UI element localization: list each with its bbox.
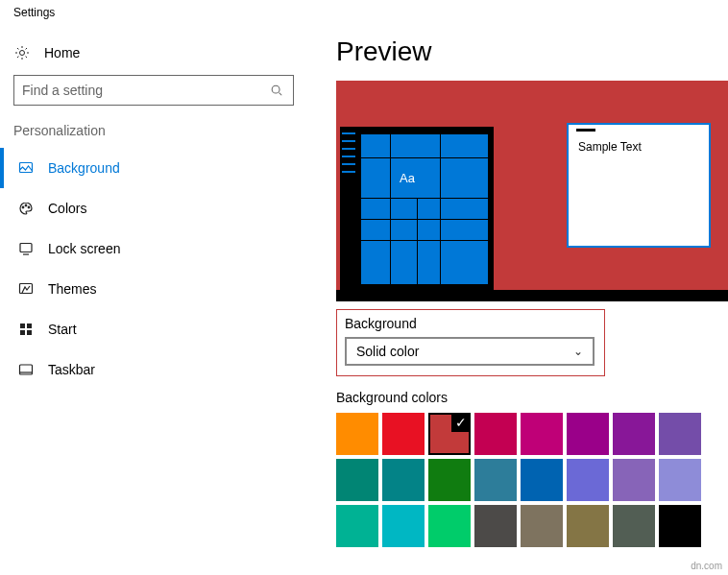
start-line	[342, 171, 355, 173]
home-nav[interactable]: Home	[0, 35, 307, 75]
start-line	[342, 140, 355, 142]
lock-screen-icon	[17, 240, 35, 257]
window-caption-bar	[576, 129, 595, 132]
dropdown-value: Solid color	[356, 344, 419, 359]
window-title: Settings	[0, 0, 728, 25]
main-panel: Preview Aa	[307, 25, 728, 547]
color-swatch[interactable]	[474, 459, 517, 501]
background-dropdown[interactable]: Solid color ⌄	[345, 337, 595, 366]
color-swatch[interactable]	[613, 459, 655, 501]
svg-point-0	[20, 51, 25, 56]
search-icon	[268, 82, 285, 99]
color-swatch[interactable]	[567, 505, 609, 547]
swatch-heading: Background colors	[336, 390, 728, 405]
sidebar-item-label: Lock screen	[48, 241, 120, 256]
color-swatch[interactable]	[336, 459, 378, 501]
svg-point-5	[25, 204, 27, 206]
color-swatch[interactable]	[613, 505, 655, 547]
preview-start-menu: Aa	[340, 127, 494, 290]
svg-point-4	[22, 206, 24, 208]
sidebar-item-label: Start	[48, 322, 77, 337]
sidebar-item-label: Themes	[48, 281, 97, 297]
gear-icon	[13, 44, 31, 61]
svg-rect-10	[20, 323, 25, 328]
sidebar-item-taskbar[interactable]: Taskbar	[0, 349, 307, 390]
color-swatch[interactable]: ✓	[428, 413, 471, 455]
tile-grid-line	[361, 198, 488, 199]
preview-tiles: Aa	[361, 134, 488, 284]
color-swatch[interactable]	[567, 459, 609, 501]
preview-taskbar	[336, 290, 728, 301]
sidebar: Home Find a setting Personalization Back…	[0, 25, 307, 547]
sidebar-item-themes[interactable]: Themes	[0, 269, 307, 309]
svg-point-6	[28, 206, 30, 208]
sidebar-item-label: Colors	[48, 201, 86, 216]
color-swatch-grid: ✓	[336, 413, 701, 547]
svg-rect-12	[20, 330, 25, 335]
color-swatch[interactable]	[428, 459, 471, 501]
color-swatch[interactable]	[474, 505, 517, 547]
color-swatch[interactable]	[336, 413, 378, 455]
color-swatch[interactable]	[659, 413, 701, 455]
sidebar-item-label: Taskbar	[48, 362, 95, 377]
tile-grid-line	[390, 134, 391, 284]
themes-icon	[17, 280, 35, 298]
color-swatch[interactable]	[521, 459, 563, 501]
section-header: Personalization	[0, 117, 307, 148]
search-placeholder: Find a setting	[22, 83, 103, 98]
main-layout: Home Find a setting Personalization Back…	[0, 25, 728, 547]
color-swatch[interactable]	[474, 413, 517, 455]
check-icon: ✓	[451, 413, 471, 432]
color-swatch[interactable]	[659, 459, 701, 501]
preview-tile-aa: Aa	[394, 161, 436, 194]
taskbar-icon	[17, 361, 35, 378]
search-input[interactable]: Find a setting	[13, 75, 294, 106]
color-swatch[interactable]	[336, 505, 378, 547]
color-swatch[interactable]	[521, 505, 563, 547]
color-swatch[interactable]	[382, 505, 425, 547]
tile-grid-line	[361, 157, 488, 158]
start-line	[342, 148, 355, 150]
color-swatch[interactable]	[382, 413, 425, 455]
svg-rect-13	[27, 330, 32, 335]
background-dropdown-label: Background	[345, 316, 596, 331]
preview-window: Sample Text	[567, 123, 711, 248]
sidebar-item-label: Background	[48, 160, 120, 176]
tile-grid-line	[440, 134, 441, 284]
home-label: Home	[44, 45, 80, 60]
background-dropdown-section: Background Solid color ⌄	[336, 309, 605, 376]
chevron-down-icon: ⌄	[573, 345, 583, 358]
background-icon	[17, 159, 35, 177]
tile-grid-line	[361, 219, 488, 220]
color-swatch[interactable]	[567, 413, 609, 455]
nav-list: BackgroundColorsLock screenThemesStartTa…	[0, 148, 307, 390]
watermark: dn.com	[691, 561, 722, 571]
sidebar-item-start[interactable]: Start	[0, 309, 307, 349]
color-swatch[interactable]	[382, 459, 425, 501]
start-left-column	[340, 127, 359, 290]
color-swatch[interactable]	[613, 413, 655, 455]
start-line	[342, 156, 355, 157]
page-heading: Preview	[336, 25, 728, 81]
sidebar-item-colors[interactable]: Colors	[0, 188, 307, 228]
svg-line-2	[279, 93, 282, 96]
preview-sample-text: Sample Text	[578, 140, 642, 154]
color-swatch[interactable]	[659, 505, 701, 547]
tile-grid-line	[417, 198, 418, 284]
start-line	[342, 163, 355, 165]
svg-rect-7	[20, 244, 32, 252]
start-icon	[17, 321, 35, 338]
desktop-preview: Aa Sample Text	[336, 81, 728, 301]
svg-rect-11	[27, 323, 32, 328]
color-swatch[interactable]	[521, 413, 563, 455]
search-container: Find a setting	[0, 75, 307, 117]
color-swatch[interactable]	[428, 505, 471, 547]
sidebar-item-lock-screen[interactable]: Lock screen	[0, 228, 307, 269]
start-line	[342, 132, 355, 134]
sidebar-item-background[interactable]: Background	[0, 148, 307, 188]
colors-icon	[17, 200, 35, 217]
svg-point-1	[272, 85, 279, 93]
tile-grid-line	[361, 240, 488, 241]
